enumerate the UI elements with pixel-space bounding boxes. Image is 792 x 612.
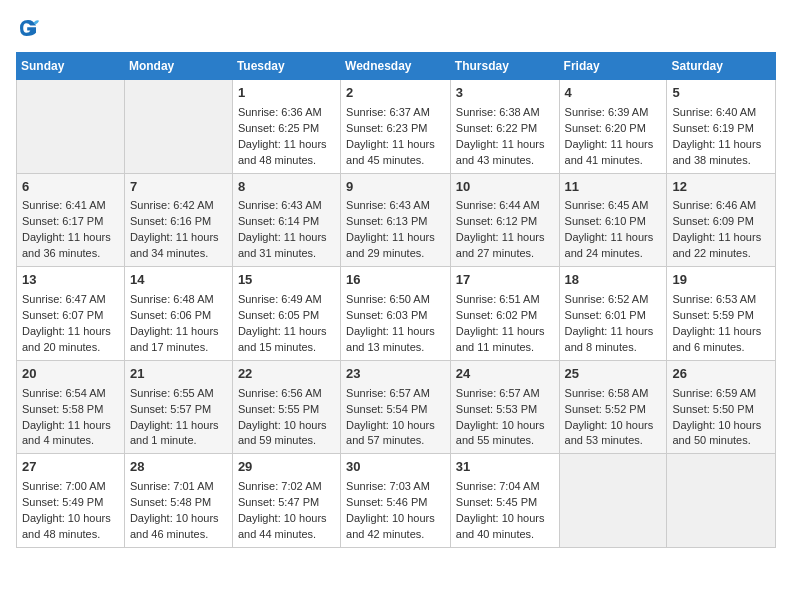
- day-number: 6: [22, 178, 119, 197]
- day-number: 31: [456, 458, 554, 477]
- calendar-cell: 5Sunrise: 6:40 AMSunset: 6:19 PMDaylight…: [667, 80, 776, 174]
- day-number: 10: [456, 178, 554, 197]
- calendar-cell: 19Sunrise: 6:53 AMSunset: 5:59 PMDayligh…: [667, 267, 776, 361]
- day-number: 14: [130, 271, 227, 290]
- page-header: [16, 16, 776, 40]
- sunset: Sunset: 6:06 PM: [130, 309, 211, 321]
- daylight: Daylight: 10 hours and 57 minutes.: [346, 419, 435, 447]
- sunrise: Sunrise: 6:51 AM: [456, 293, 540, 305]
- day-number: 29: [238, 458, 335, 477]
- sunset: Sunset: 6:12 PM: [456, 215, 537, 227]
- calendar-cell: [667, 454, 776, 548]
- sunrise: Sunrise: 6:53 AM: [672, 293, 756, 305]
- daylight: Daylight: 11 hours and 41 minutes.: [565, 138, 654, 166]
- sunset: Sunset: 6:09 PM: [672, 215, 753, 227]
- daylight: Daylight: 11 hours and 6 minutes.: [672, 325, 761, 353]
- daylight: Daylight: 10 hours and 42 minutes.: [346, 512, 435, 540]
- day-number: 25: [565, 365, 662, 384]
- calendar-cell: 10Sunrise: 6:44 AMSunset: 6:12 PMDayligh…: [450, 173, 559, 267]
- sunset: Sunset: 6:14 PM: [238, 215, 319, 227]
- day-number: 30: [346, 458, 445, 477]
- day-number: 18: [565, 271, 662, 290]
- sunrise: Sunrise: 6:50 AM: [346, 293, 430, 305]
- sunset: Sunset: 6:13 PM: [346, 215, 427, 227]
- day-number: 4: [565, 84, 662, 103]
- day-number: 24: [456, 365, 554, 384]
- calendar-cell: 1Sunrise: 6:36 AMSunset: 6:25 PMDaylight…: [232, 80, 340, 174]
- col-header-tuesday: Tuesday: [232, 53, 340, 80]
- sunrise: Sunrise: 6:49 AM: [238, 293, 322, 305]
- logo: [16, 16, 44, 40]
- calendar-cell: 16Sunrise: 6:50 AMSunset: 6:03 PMDayligh…: [341, 267, 451, 361]
- calendar-cell: 4Sunrise: 6:39 AMSunset: 6:20 PMDaylight…: [559, 80, 667, 174]
- sunset: Sunset: 5:48 PM: [130, 496, 211, 508]
- sunset: Sunset: 6:03 PM: [346, 309, 427, 321]
- daylight: Daylight: 10 hours and 44 minutes.: [238, 512, 327, 540]
- calendar-cell: 17Sunrise: 6:51 AMSunset: 6:02 PMDayligh…: [450, 267, 559, 361]
- calendar-cell: 13Sunrise: 6:47 AMSunset: 6:07 PMDayligh…: [17, 267, 125, 361]
- day-number: 16: [346, 271, 445, 290]
- calendar-cell: 23Sunrise: 6:57 AMSunset: 5:54 PMDayligh…: [341, 360, 451, 454]
- daylight: Daylight: 11 hours and 48 minutes.: [238, 138, 327, 166]
- daylight: Daylight: 11 hours and 29 minutes.: [346, 231, 435, 259]
- sunset: Sunset: 6:05 PM: [238, 309, 319, 321]
- sunrise: Sunrise: 6:47 AM: [22, 293, 106, 305]
- sunrise: Sunrise: 6:56 AM: [238, 387, 322, 399]
- col-header-sunday: Sunday: [17, 53, 125, 80]
- day-number: 13: [22, 271, 119, 290]
- day-number: 26: [672, 365, 770, 384]
- sunset: Sunset: 6:25 PM: [238, 122, 319, 134]
- sunset: Sunset: 5:46 PM: [346, 496, 427, 508]
- daylight: Daylight: 11 hours and 38 minutes.: [672, 138, 761, 166]
- sunrise: Sunrise: 6:52 AM: [565, 293, 649, 305]
- daylight: Daylight: 10 hours and 55 minutes.: [456, 419, 545, 447]
- sunrise: Sunrise: 7:01 AM: [130, 480, 214, 492]
- daylight: Daylight: 11 hours and 11 minutes.: [456, 325, 545, 353]
- sunrise: Sunrise: 6:43 AM: [346, 199, 430, 211]
- daylight: Daylight: 10 hours and 46 minutes.: [130, 512, 219, 540]
- calendar-cell: 7Sunrise: 6:42 AMSunset: 6:16 PMDaylight…: [124, 173, 232, 267]
- calendar-cell: 27Sunrise: 7:00 AMSunset: 5:49 PMDayligh…: [17, 454, 125, 548]
- sunrise: Sunrise: 6:55 AM: [130, 387, 214, 399]
- calendar-cell: [559, 454, 667, 548]
- calendar-cell: [124, 80, 232, 174]
- daylight: Daylight: 11 hours and 45 minutes.: [346, 138, 435, 166]
- sunset: Sunset: 6:20 PM: [565, 122, 646, 134]
- sunrise: Sunrise: 6:42 AM: [130, 199, 214, 211]
- sunset: Sunset: 6:02 PM: [456, 309, 537, 321]
- sunset: Sunset: 5:49 PM: [22, 496, 103, 508]
- day-number: 21: [130, 365, 227, 384]
- calendar-cell: 14Sunrise: 6:48 AMSunset: 6:06 PMDayligh…: [124, 267, 232, 361]
- daylight: Daylight: 11 hours and 43 minutes.: [456, 138, 545, 166]
- daylight: Daylight: 10 hours and 48 minutes.: [22, 512, 111, 540]
- day-number: 11: [565, 178, 662, 197]
- day-number: 12: [672, 178, 770, 197]
- logo-icon: [16, 16, 40, 40]
- sunset: Sunset: 5:52 PM: [565, 403, 646, 415]
- sunset: Sunset: 5:53 PM: [456, 403, 537, 415]
- sunset: Sunset: 5:57 PM: [130, 403, 211, 415]
- sunrise: Sunrise: 6:41 AM: [22, 199, 106, 211]
- calendar-cell: 12Sunrise: 6:46 AMSunset: 6:09 PMDayligh…: [667, 173, 776, 267]
- col-header-saturday: Saturday: [667, 53, 776, 80]
- daylight: Daylight: 11 hours and 31 minutes.: [238, 231, 327, 259]
- daylight: Daylight: 11 hours and 36 minutes.: [22, 231, 111, 259]
- sunrise: Sunrise: 6:57 AM: [456, 387, 540, 399]
- daylight: Daylight: 11 hours and 1 minute.: [130, 419, 219, 447]
- calendar-cell: 22Sunrise: 6:56 AMSunset: 5:55 PMDayligh…: [232, 360, 340, 454]
- daylight: Daylight: 10 hours and 50 minutes.: [672, 419, 761, 447]
- calendar-cell: 21Sunrise: 6:55 AMSunset: 5:57 PMDayligh…: [124, 360, 232, 454]
- day-number: 23: [346, 365, 445, 384]
- sunset: Sunset: 5:47 PM: [238, 496, 319, 508]
- day-number: 2: [346, 84, 445, 103]
- sunrise: Sunrise: 6:48 AM: [130, 293, 214, 305]
- calendar-cell: 29Sunrise: 7:02 AMSunset: 5:47 PMDayligh…: [232, 454, 340, 548]
- sunrise: Sunrise: 6:39 AM: [565, 106, 649, 118]
- sunset: Sunset: 6:10 PM: [565, 215, 646, 227]
- daylight: Daylight: 10 hours and 53 minutes.: [565, 419, 654, 447]
- day-number: 1: [238, 84, 335, 103]
- sunrise: Sunrise: 6:38 AM: [456, 106, 540, 118]
- daylight: Daylight: 11 hours and 22 minutes.: [672, 231, 761, 259]
- day-number: 20: [22, 365, 119, 384]
- col-header-thursday: Thursday: [450, 53, 559, 80]
